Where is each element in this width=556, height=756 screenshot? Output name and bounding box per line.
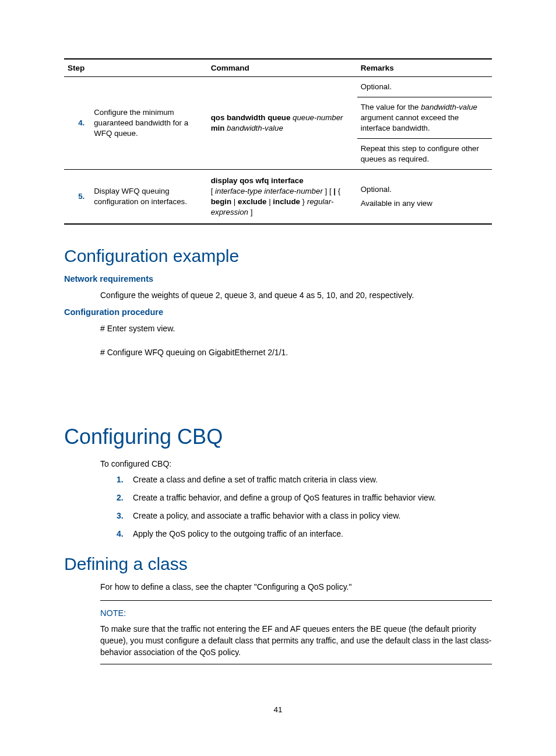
- step-number: 5.: [64, 169, 90, 223]
- step-desc: Display WFQ queuing configuration on int…: [90, 169, 207, 223]
- col-step: Step: [64, 59, 207, 77]
- table-row: 5. Display WFQ queuing configuration on …: [64, 169, 492, 223]
- list-item: Create a traffic behavior, and define a …: [117, 492, 492, 503]
- procedure-line: # Configure WFQ queuing on GigabitEthern…: [100, 347, 492, 359]
- defining-class-body: For how to define a class, see the chapt…: [100, 582, 492, 593]
- step-number: 4.: [64, 77, 90, 170]
- remark-line: Optional.: [357, 77, 492, 97]
- command-cell: display qos wfq interface[ interface-typ…: [207, 169, 357, 223]
- list-item: Create a class and define a set of traff…: [117, 474, 492, 485]
- heading-configuration-procedure: Configuration procedure: [64, 307, 492, 318]
- list-item: Create a policy, and associate a traffic…: [117, 510, 492, 522]
- note-box: NOTE: To make sure that the traffic not …: [100, 600, 492, 664]
- remarks-cell: Optional. Available in any view: [357, 169, 492, 223]
- heading-defining-class: Defining a class: [64, 552, 492, 576]
- remark-line: Available in any view: [361, 198, 488, 209]
- network-requirements-body: Configure the weights of queue 2, queue …: [100, 290, 492, 302]
- heading-configuration-example: Configuration example: [64, 244, 492, 268]
- col-remarks: Remarks: [357, 59, 492, 77]
- command-cell: qos bandwidth queue queue-number min ban…: [207, 77, 357, 170]
- table-row: 4. Configure the minimum guaranteed band…: [64, 77, 492, 170]
- remark-line: Repeat this step to configure other queu…: [357, 139, 492, 169]
- steps-table: Step Command Remarks 4. Configure the mi…: [64, 58, 492, 225]
- remarks-cell: Optional. The value for the bandwidth-va…: [357, 77, 492, 170]
- step-desc: Configure the minimum guaranteed bandwid…: [90, 77, 207, 170]
- list-item: Apply the QoS policy to the outgoing tra…: [117, 528, 492, 540]
- remark-line: Optional.: [361, 184, 488, 195]
- cbq-steps-list: Create a class and define a set of traff…: [117, 474, 492, 540]
- procedure-line: # Enter system view.: [100, 323, 492, 335]
- page-number: 41: [0, 705, 556, 715]
- cbq-intro: To configured CBQ:: [100, 459, 492, 470]
- heading-configuring-cbq: Configuring CBQ: [64, 423, 492, 452]
- col-command: Command: [207, 59, 357, 77]
- note-body: To make sure that the traffic not enteri…: [100, 624, 492, 658]
- remark-line: The value for the bandwidth-value argume…: [357, 97, 492, 139]
- note-label: NOTE:: [100, 608, 492, 620]
- heading-network-requirements: Network requirements: [64, 274, 492, 285]
